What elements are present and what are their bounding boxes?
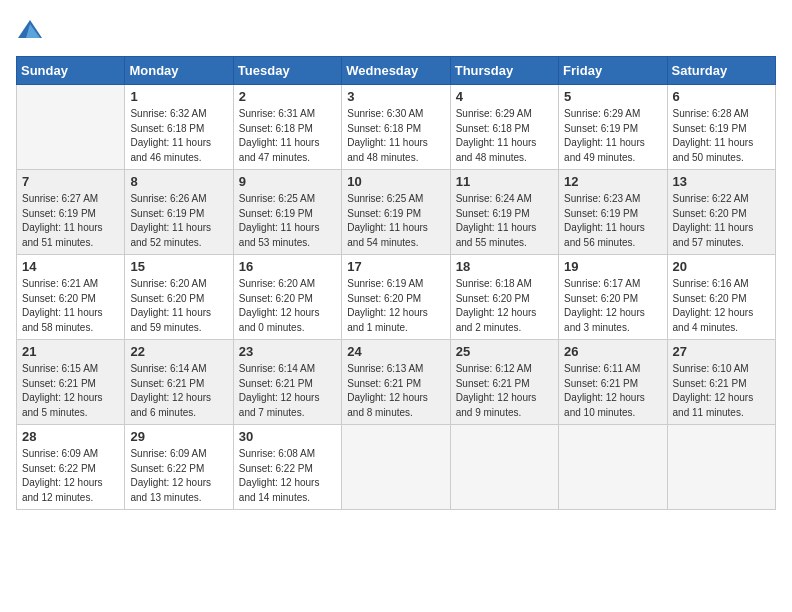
day-info: Sunrise: 6:19 AM Sunset: 6:20 PM Dayligh… [347, 277, 444, 335]
day-info: Sunrise: 6:30 AM Sunset: 6:18 PM Dayligh… [347, 107, 444, 165]
calendar-day-cell: 24Sunrise: 6:13 AM Sunset: 6:21 PM Dayli… [342, 340, 450, 425]
day-number: 5 [564, 89, 661, 104]
calendar-table: SundayMondayTuesdayWednesdayThursdayFrid… [16, 56, 776, 510]
calendar-day-cell: 6Sunrise: 6:28 AM Sunset: 6:19 PM Daylig… [667, 85, 775, 170]
calendar-day-cell [342, 425, 450, 510]
day-header-wednesday: Wednesday [342, 57, 450, 85]
day-number: 6 [673, 89, 770, 104]
day-number: 7 [22, 174, 119, 189]
calendar-day-cell: 1Sunrise: 6:32 AM Sunset: 6:18 PM Daylig… [125, 85, 233, 170]
day-header-sunday: Sunday [17, 57, 125, 85]
day-number: 19 [564, 259, 661, 274]
day-number: 14 [22, 259, 119, 274]
page-header [16, 16, 776, 44]
day-info: Sunrise: 6:28 AM Sunset: 6:19 PM Dayligh… [673, 107, 770, 165]
day-info: Sunrise: 6:25 AM Sunset: 6:19 PM Dayligh… [347, 192, 444, 250]
day-number: 21 [22, 344, 119, 359]
day-number: 28 [22, 429, 119, 444]
calendar-day-cell: 19Sunrise: 6:17 AM Sunset: 6:20 PM Dayli… [559, 255, 667, 340]
day-info: Sunrise: 6:29 AM Sunset: 6:19 PM Dayligh… [564, 107, 661, 165]
calendar-day-cell: 10Sunrise: 6:25 AM Sunset: 6:19 PM Dayli… [342, 170, 450, 255]
calendar-day-cell: 18Sunrise: 6:18 AM Sunset: 6:20 PM Dayli… [450, 255, 558, 340]
calendar-day-cell: 21Sunrise: 6:15 AM Sunset: 6:21 PM Dayli… [17, 340, 125, 425]
day-header-saturday: Saturday [667, 57, 775, 85]
day-info: Sunrise: 6:08 AM Sunset: 6:22 PM Dayligh… [239, 447, 336, 505]
calendar-day-cell: 12Sunrise: 6:23 AM Sunset: 6:19 PM Dayli… [559, 170, 667, 255]
day-number: 26 [564, 344, 661, 359]
day-number: 17 [347, 259, 444, 274]
calendar-week-row: 21Sunrise: 6:15 AM Sunset: 6:21 PM Dayli… [17, 340, 776, 425]
calendar-day-cell: 2Sunrise: 6:31 AM Sunset: 6:18 PM Daylig… [233, 85, 341, 170]
day-info: Sunrise: 6:17 AM Sunset: 6:20 PM Dayligh… [564, 277, 661, 335]
day-number: 27 [673, 344, 770, 359]
day-number: 16 [239, 259, 336, 274]
calendar-day-cell: 7Sunrise: 6:27 AM Sunset: 6:19 PM Daylig… [17, 170, 125, 255]
calendar-day-cell: 27Sunrise: 6:10 AM Sunset: 6:21 PM Dayli… [667, 340, 775, 425]
calendar-day-cell: 25Sunrise: 6:12 AM Sunset: 6:21 PM Dayli… [450, 340, 558, 425]
day-number: 4 [456, 89, 553, 104]
day-number: 24 [347, 344, 444, 359]
day-number: 12 [564, 174, 661, 189]
day-info: Sunrise: 6:25 AM Sunset: 6:19 PM Dayligh… [239, 192, 336, 250]
day-info: Sunrise: 6:27 AM Sunset: 6:19 PM Dayligh… [22, 192, 119, 250]
logo [16, 16, 48, 44]
calendar-header-row: SundayMondayTuesdayWednesdayThursdayFrid… [17, 57, 776, 85]
day-number: 8 [130, 174, 227, 189]
calendar-day-cell: 3Sunrise: 6:30 AM Sunset: 6:18 PM Daylig… [342, 85, 450, 170]
day-info: Sunrise: 6:21 AM Sunset: 6:20 PM Dayligh… [22, 277, 119, 335]
day-number: 1 [130, 89, 227, 104]
day-info: Sunrise: 6:32 AM Sunset: 6:18 PM Dayligh… [130, 107, 227, 165]
day-number: 3 [347, 89, 444, 104]
calendar-day-cell: 16Sunrise: 6:20 AM Sunset: 6:20 PM Dayli… [233, 255, 341, 340]
day-info: Sunrise: 6:11 AM Sunset: 6:21 PM Dayligh… [564, 362, 661, 420]
day-number: 22 [130, 344, 227, 359]
day-number: 11 [456, 174, 553, 189]
calendar-day-cell [450, 425, 558, 510]
day-header-monday: Monday [125, 57, 233, 85]
day-info: Sunrise: 6:20 AM Sunset: 6:20 PM Dayligh… [130, 277, 227, 335]
day-info: Sunrise: 6:09 AM Sunset: 6:22 PM Dayligh… [130, 447, 227, 505]
day-number: 23 [239, 344, 336, 359]
calendar-day-cell: 11Sunrise: 6:24 AM Sunset: 6:19 PM Dayli… [450, 170, 558, 255]
calendar-day-cell: 26Sunrise: 6:11 AM Sunset: 6:21 PM Dayli… [559, 340, 667, 425]
day-info: Sunrise: 6:16 AM Sunset: 6:20 PM Dayligh… [673, 277, 770, 335]
calendar-day-cell: 20Sunrise: 6:16 AM Sunset: 6:20 PM Dayli… [667, 255, 775, 340]
calendar-day-cell: 17Sunrise: 6:19 AM Sunset: 6:20 PM Dayli… [342, 255, 450, 340]
calendar-day-cell: 28Sunrise: 6:09 AM Sunset: 6:22 PM Dayli… [17, 425, 125, 510]
day-number: 10 [347, 174, 444, 189]
day-info: Sunrise: 6:20 AM Sunset: 6:20 PM Dayligh… [239, 277, 336, 335]
day-info: Sunrise: 6:29 AM Sunset: 6:18 PM Dayligh… [456, 107, 553, 165]
day-number: 25 [456, 344, 553, 359]
day-number: 13 [673, 174, 770, 189]
calendar-day-cell [667, 425, 775, 510]
day-info: Sunrise: 6:12 AM Sunset: 6:21 PM Dayligh… [456, 362, 553, 420]
day-info: Sunrise: 6:22 AM Sunset: 6:20 PM Dayligh… [673, 192, 770, 250]
day-number: 15 [130, 259, 227, 274]
calendar-day-cell: 29Sunrise: 6:09 AM Sunset: 6:22 PM Dayli… [125, 425, 233, 510]
calendar-day-cell: 5Sunrise: 6:29 AM Sunset: 6:19 PM Daylig… [559, 85, 667, 170]
day-info: Sunrise: 6:09 AM Sunset: 6:22 PM Dayligh… [22, 447, 119, 505]
day-info: Sunrise: 6:31 AM Sunset: 6:18 PM Dayligh… [239, 107, 336, 165]
calendar-day-cell [17, 85, 125, 170]
day-info: Sunrise: 6:26 AM Sunset: 6:19 PM Dayligh… [130, 192, 227, 250]
day-info: Sunrise: 6:24 AM Sunset: 6:19 PM Dayligh… [456, 192, 553, 250]
calendar-day-cell [559, 425, 667, 510]
calendar-day-cell: 15Sunrise: 6:20 AM Sunset: 6:20 PM Dayli… [125, 255, 233, 340]
day-info: Sunrise: 6:18 AM Sunset: 6:20 PM Dayligh… [456, 277, 553, 335]
day-info: Sunrise: 6:14 AM Sunset: 6:21 PM Dayligh… [130, 362, 227, 420]
calendar-day-cell: 4Sunrise: 6:29 AM Sunset: 6:18 PM Daylig… [450, 85, 558, 170]
day-info: Sunrise: 6:13 AM Sunset: 6:21 PM Dayligh… [347, 362, 444, 420]
calendar-week-row: 14Sunrise: 6:21 AM Sunset: 6:20 PM Dayli… [17, 255, 776, 340]
calendar-week-row: 28Sunrise: 6:09 AM Sunset: 6:22 PM Dayli… [17, 425, 776, 510]
day-number: 29 [130, 429, 227, 444]
day-number: 20 [673, 259, 770, 274]
day-header-thursday: Thursday [450, 57, 558, 85]
calendar-day-cell: 30Sunrise: 6:08 AM Sunset: 6:22 PM Dayli… [233, 425, 341, 510]
calendar-day-cell: 14Sunrise: 6:21 AM Sunset: 6:20 PM Dayli… [17, 255, 125, 340]
calendar-week-row: 1Sunrise: 6:32 AM Sunset: 6:18 PM Daylig… [17, 85, 776, 170]
day-info: Sunrise: 6:14 AM Sunset: 6:21 PM Dayligh… [239, 362, 336, 420]
calendar-day-cell: 9Sunrise: 6:25 AM Sunset: 6:19 PM Daylig… [233, 170, 341, 255]
day-info: Sunrise: 6:23 AM Sunset: 6:19 PM Dayligh… [564, 192, 661, 250]
calendar-day-cell: 13Sunrise: 6:22 AM Sunset: 6:20 PM Dayli… [667, 170, 775, 255]
logo-icon [16, 16, 44, 44]
